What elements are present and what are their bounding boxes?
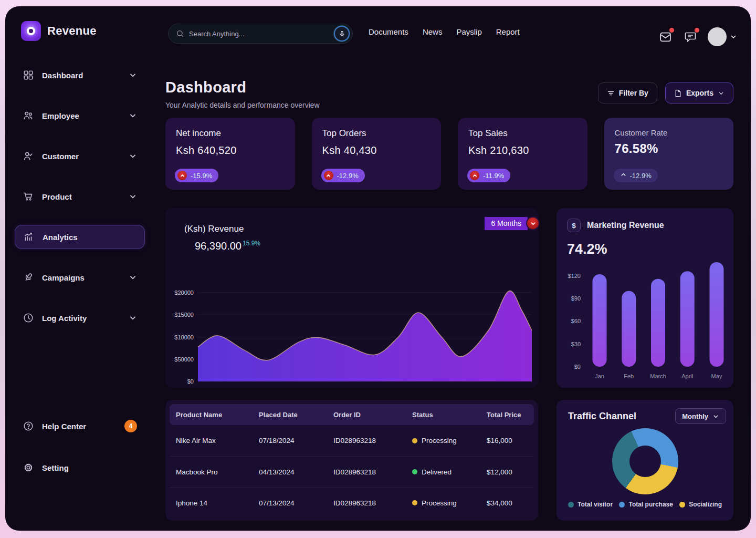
chevron-down-icon[interactable]: [129, 111, 137, 120]
sidebar-item-label: Employee: [42, 111, 79, 120]
marketing-headline: 74.2%: [567, 241, 723, 257]
chevron-down-icon[interactable]: [129, 273, 137, 282]
help-icon: [23, 420, 34, 432]
chat-button[interactable]: [682, 29, 698, 45]
monthly-selector-button[interactable]: Monthly: [675, 408, 726, 424]
table-header-status: Status: [412, 411, 487, 419]
topnav-link-report[interactable]: Report: [496, 27, 520, 36]
stat-card-title: Customer Rate: [615, 128, 723, 137]
filter-icon: [607, 89, 615, 97]
microphone-icon: [339, 30, 345, 37]
search-bar[interactable]: [168, 24, 353, 44]
svg-text:$10000: $10000: [174, 334, 194, 340]
monthly-label: Monthly: [682, 412, 708, 420]
revenue-area-chart: $20000$15000$10000$50000$0: [169, 276, 536, 385]
table-header-row: Product NamePlaced DateOrder IDStatusTot…: [170, 404, 534, 425]
sidebar-footer: Help Center4Setting: [15, 414, 145, 497]
sidebar-item-label: Log Activity: [42, 314, 87, 323]
traffic-donut-chart: [612, 428, 678, 494]
stat-change-value: -15.9%: [191, 172, 212, 180]
revenue-chart-card: (Ksh) Revenue 96,390.0015.9% 6 Months $2…: [165, 208, 538, 388]
legend-dot-icon: [619, 502, 625, 508]
chevron-down-icon[interactable]: [129, 152, 137, 160]
topnav-link-documents[interactable]: Documents: [369, 27, 408, 36]
sidebar-item-analytics[interactable]: Analytics: [15, 225, 145, 249]
file-icon: [674, 89, 682, 97]
dollar-icon: $: [567, 219, 581, 232]
stat-card-customer-rate: Customer Rate76.58%-12.9%: [604, 118, 734, 190]
sidebar-item-label: Customer: [42, 152, 79, 161]
svg-text:$90: $90: [571, 295, 581, 302]
svg-text:$0: $0: [187, 378, 194, 385]
clock-icon: [23, 312, 34, 324]
stat-card-value: Ksh 640,520: [176, 144, 285, 157]
status-dot-icon: [412, 469, 417, 474]
app-window: Revenue DocumentsNewsPayslipReport: [5, 6, 751, 531]
status-dot-icon: [412, 500, 417, 505]
mail-button[interactable]: [657, 29, 673, 45]
revenue-change: 15.9%: [243, 240, 260, 247]
marketing-revenue-card: $ Marketing Revenue 74.2% $120$90$60$30$…: [556, 208, 733, 388]
period-label: 6 Months: [485, 217, 528, 230]
stat-change-badge: -12.9%: [614, 169, 658, 182]
exports-button[interactable]: Exports: [665, 82, 733, 104]
sidebar-item-label: Help Center: [42, 422, 86, 431]
svg-text:$20000: $20000: [174, 289, 194, 296]
table-row[interactable]: Nike Air Max07/18/2024ID028963218Process…: [170, 425, 534, 456]
mic-button[interactable]: [334, 26, 350, 42]
user-menu[interactable]: [708, 27, 737, 46]
sidebar-item-setting[interactable]: Setting: [15, 456, 145, 480]
cell-order_id: ID028963218: [333, 468, 412, 476]
sidebar-item-label: Analytics: [43, 233, 78, 242]
legend-dot-icon: [568, 502, 574, 508]
table-header-placed-date: Placed Date: [259, 411, 333, 419]
chevron-down-icon: [712, 413, 719, 420]
svg-text:Feb: Feb: [624, 373, 634, 379]
traffic-legend: Total visitorTotal purchaseSocializing: [564, 501, 726, 508]
filter-by-button[interactable]: Filter By: [598, 82, 657, 104]
table-row[interactable]: Iphone 1407/13/2024ID028963218Processing…: [170, 487, 534, 518]
chevron-down-icon[interactable]: [129, 314, 137, 322]
svg-text:$50000: $50000: [174, 356, 194, 363]
period-chevron-icon: [526, 216, 540, 230]
svg-text:Jan: Jan: [595, 373, 604, 379]
topnav-link-payslip[interactable]: Payslip: [456, 27, 481, 36]
sidebar-item-dashboard[interactable]: Dashboard: [15, 63, 145, 87]
sidebar-item-customer[interactable]: Customer: [15, 144, 145, 168]
stat-change-badge: -15.9%: [175, 169, 218, 182]
cell-product: Iphone 14: [176, 499, 259, 507]
topnav-link-news[interactable]: News: [423, 27, 443, 36]
sidebar-item-campaigns[interactable]: Campaigns: [15, 265, 145, 289]
legend-item-socializing: Socializing: [679, 501, 722, 508]
cell-date: 07/13/2024: [259, 499, 333, 507]
svg-text:$0: $0: [574, 364, 581, 370]
brand-name: Revenue: [47, 24, 97, 38]
search-input[interactable]: [189, 30, 334, 38]
stat-card-top-orders: Top OrdersKsh 40,430-12.9%: [312, 118, 442, 190]
sidebar-item-log-activity[interactable]: Log Activity: [15, 306, 145, 330]
status-badge: Processing: [412, 499, 487, 507]
brand[interactable]: Revenue: [21, 21, 97, 41]
stat-change-badge: -12.9%: [321, 169, 365, 182]
avatar[interactable]: [708, 27, 727, 46]
chevron-down-icon[interactable]: [129, 71, 137, 79]
page-title: Dashboard: [165, 79, 320, 96]
sidebar-item-product[interactable]: Product: [15, 184, 145, 209]
users-icon: [23, 110, 34, 121]
page-subtitle: Your Analytic details and performance ov…: [165, 101, 320, 109]
table-row[interactable]: Macbook Pro04/13/2024ID028963218Delivere…: [170, 456, 534, 487]
sidebar-item-help-center[interactable]: Help Center4: [15, 414, 145, 438]
trend-arrow-icon: [470, 171, 479, 180]
mail-icon: [659, 30, 672, 44]
topbar: Revenue DocumentsNewsPayslipReport: [5, 6, 751, 57]
main-header: Dashboard Your Analytic details and perf…: [165, 79, 733, 109]
user-check-icon: [23, 150, 34, 162]
revenue-chart-value: 96,390.0015.9%: [195, 240, 538, 252]
sidebar-item-employee[interactable]: Employee: [15, 104, 145, 128]
cell-price: $12,000: [487, 468, 528, 476]
status-dot-icon: [412, 438, 417, 443]
chevron-down-icon[interactable]: [129, 192, 137, 201]
period-selector[interactable]: 6 Months: [485, 216, 540, 230]
table-body: Nike Air Max07/18/2024ID028963218Process…: [170, 425, 534, 518]
chat-icon: [684, 30, 697, 43]
